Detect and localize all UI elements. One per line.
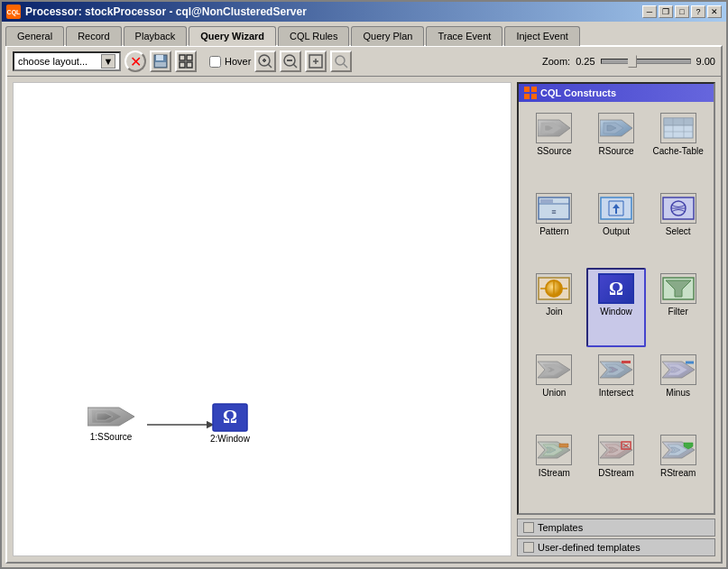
title-buttons: ─ ❐ □ ? ✕ — [642, 5, 722, 18]
construct-pattern-label: Pattern — [539, 226, 568, 236]
constructs-panel: CQL Constructs — [517, 82, 715, 515]
svg-rect-5 — [180, 62, 185, 68]
construct-intersect-label: Intersect — [599, 388, 633, 398]
construct-output[interactable]: Output — [586, 188, 647, 266]
tab-cql-rules[interactable]: CQL Rules — [278, 26, 349, 46]
zoom-slider-track[interactable] — [601, 59, 691, 64]
construct-select[interactable]: Select — [648, 188, 708, 266]
canvas-node-window[interactable]: Ω 2:Window — [210, 403, 250, 444]
help-button[interactable]: ? — [691, 5, 705, 18]
svg-rect-28 — [531, 94, 537, 99]
hover-label: Hover — [225, 56, 251, 67]
construct-istream-label: IStream — [539, 468, 570, 478]
window-node-icon: Ω — [212, 403, 248, 432]
bottom-panels: Templates User-defined templates — [517, 519, 715, 556]
maximize-button[interactable]: □ — [675, 5, 689, 18]
save-button[interactable] — [150, 50, 171, 72]
construct-union-label: Union — [542, 388, 566, 398]
title-bar-left: CQL Processor: stockProcessor - cql@NonC… — [6, 5, 307, 19]
main-content: 1:SSource Ω 2:Window — [7, 77, 721, 562]
construct-union-icon — [536, 354, 572, 385]
zoom-in-icon — [257, 53, 273, 69]
svg-text:Ω: Ω — [609, 279, 623, 298]
svg-rect-36 — [664, 118, 693, 125]
svg-rect-66 — [622, 361, 631, 363]
svg-marker-74 — [559, 444, 568, 447]
zoom-slider-thumb[interactable] — [628, 55, 637, 68]
tab-trace-event[interactable]: Trace Event — [426, 26, 502, 46]
construct-cache-table[interactable]: Cache-Table — [648, 107, 708, 186]
user-templates-panel[interactable]: User-defined templates — [517, 538, 715, 556]
construct-cache-table-icon — [660, 113, 696, 143]
hover-checkbox[interactable] — [209, 56, 221, 68]
restore-button[interactable]: ❐ — [659, 5, 673, 18]
minimize-button[interactable]: ─ — [642, 5, 657, 18]
grid-button[interactable] — [175, 50, 197, 72]
svg-point-17 — [336, 56, 345, 65]
zoom-in-button[interactable] — [254, 50, 276, 72]
svg-rect-1 — [156, 55, 163, 60]
construct-join[interactable]: Join — [524, 268, 585, 346]
zoom-out-button[interactable] — [280, 50, 301, 72]
constructs-header-label: CQL Constructs — [540, 87, 616, 98]
construct-rsource-icon — [598, 113, 634, 143]
connector-svg — [14, 83, 511, 555]
constructs-grid: SSource — [519, 102, 714, 513]
construct-window-label: Window — [600, 307, 632, 317]
layout-dropdown-arrow[interactable]: ▼ — [101, 54, 115, 69]
title-bar: CQL Processor: stockProcessor - cql@NonC… — [2, 2, 726, 22]
canvas-node-ssource[interactable]: 1:SSource — [88, 403, 134, 442]
construct-dstream-label: DStream — [598, 468, 633, 478]
construct-filter[interactable]: Filter — [648, 268, 708, 346]
svg-text:≡: ≡ — [552, 207, 557, 216]
toolbar: choose layout... ▼ ✕ — [7, 47, 721, 77]
construct-intersect[interactable]: Intersect — [586, 349, 647, 427]
construct-join-label: Join — [546, 307, 562, 317]
construct-select-icon — [660, 193, 696, 224]
construct-intersect-icon — [598, 354, 634, 385]
construct-ssource[interactable]: SSource — [524, 107, 585, 186]
construct-filter-label: Filter — [668, 307, 688, 317]
tab-query-wizard[interactable]: Query Wizard — [189, 26, 276, 46]
tab-playback[interactable]: Playback — [124, 26, 188, 46]
delete-button[interactable]: ✕ — [124, 50, 146, 72]
svg-rect-4 — [187, 55, 192, 60]
construct-window[interactable]: Ω Window — [586, 268, 647, 346]
construct-dstream-icon — [598, 435, 634, 465]
svg-rect-27 — [524, 94, 530, 99]
construct-union[interactable]: Union — [524, 349, 585, 427]
construct-istream[interactable]: IStream — [524, 429, 585, 508]
window-node-label: 2:Window — [210, 434, 250, 444]
construct-filter-icon — [660, 273, 696, 304]
search-button[interactable] — [330, 50, 352, 72]
construct-rstream-label: RStream — [660, 468, 696, 478]
construct-rsource[interactable]: RSource — [586, 107, 647, 186]
close-button[interactable]: ✕ — [707, 5, 722, 18]
tab-inject-event[interactable]: Inject Event — [504, 26, 579, 46]
svg-rect-26 — [531, 87, 537, 92]
main-window: CQL Processor: stockProcessor - cql@NonC… — [0, 0, 728, 569]
svg-rect-6 — [187, 62, 192, 68]
zoom-out-icon — [282, 53, 299, 69]
construct-rstream-icon — [660, 435, 696, 465]
construct-minus-icon — [660, 354, 696, 385]
construct-output-icon — [598, 193, 634, 224]
construct-output-label: Output — [603, 226, 630, 236]
fit-button[interactable] — [305, 50, 327, 72]
tab-record[interactable]: Record — [66, 26, 121, 46]
construct-cache-table-label: Cache-Table — [653, 146, 704, 156]
construct-minus[interactable]: Minus — [648, 349, 708, 427]
canvas-area[interactable]: 1:SSource Ω 2:Window — [13, 82, 511, 556]
construct-rstream[interactable]: RStream — [648, 429, 708, 508]
tab-query-plan[interactable]: Query Plan — [351, 26, 424, 46]
construct-ssource-label: SSource — [537, 146, 571, 156]
constructs-header-icon — [524, 87, 537, 99]
tab-general[interactable]: General — [5, 26, 64, 46]
construct-pattern[interactable]: ≡ Pattern — [524, 188, 585, 266]
hover-checkbox-area: Hover — [209, 56, 251, 68]
templates-panel[interactable]: Templates — [517, 519, 715, 537]
templates-label: Templates — [538, 522, 583, 533]
construct-window-icon: Ω — [598, 273, 634, 304]
construct-dstream[interactable]: DStream — [586, 429, 647, 508]
layout-select[interactable]: choose layout... ▼ — [13, 51, 121, 71]
